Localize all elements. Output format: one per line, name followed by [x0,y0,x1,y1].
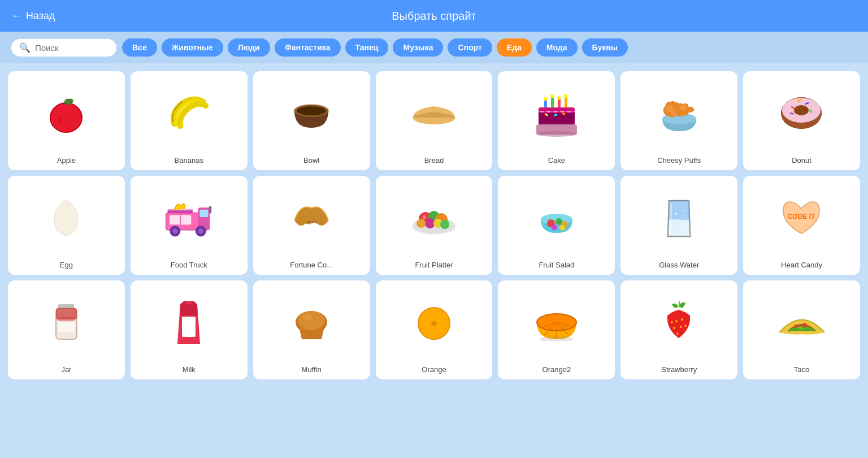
header: ← Назад Выбрать спрайт [0,0,868,32]
sprite-label-cheesy-puffs: Cheesy Puffs [657,156,701,165]
filter-btn-sport[interactable]: Спорт [448,38,492,57]
back-button[interactable]: ← Назад [11,10,55,22]
sprite-card-fortune-cookie[interactable]: Fortune Co... [253,176,370,275]
svg-rect-78 [58,321,75,332]
filter-bar: 🔍 ВсеЖивотныеЛюдиФантастикаТанецМузыкаСп… [0,32,868,63]
filter-btn-letters[interactable]: Буквы [582,38,628,57]
sprite-card-bread[interactable]: Bread [376,71,493,170]
sprite-label-glass-water: Glass Water [659,261,699,269]
sprite-label-egg: Egg [60,261,73,269]
svg-rect-51 [305,227,318,230]
svg-point-60 [440,220,449,229]
svg-point-82 [298,311,325,330]
sprite-label-strawberry: Strawberry [661,365,697,374]
sprite-image-fruit-salad [501,182,611,254]
svg-point-33 [794,105,809,115]
sprite-card-orange2[interactable]: Orange2 [498,280,615,379]
sprite-card-muffin[interactable]: Muffin [253,280,370,379]
sprite-card-orange[interactable]: Orange [376,280,493,379]
filter-btn-fantasy[interactable]: Фантастика [275,38,341,57]
sprite-label-fruit-platter: Fruit Platter [415,261,453,269]
sprite-card-heart-candy[interactable]: CODE IT Heart Candy [743,176,860,275]
svg-point-18 [536,131,577,137]
sprite-card-taco[interactable]: Taco [743,280,860,379]
search-icon: 🔍 [19,42,31,53]
sprite-image-donut [747,77,857,149]
sprite-image-egg [11,182,121,254]
svg-point-14 [564,94,567,98]
sprite-card-jar[interactable]: Jar [8,280,125,379]
svg-point-66 [552,224,557,230]
svg-point-5 [297,106,326,115]
sprite-card-glass-water[interactable]: Glass Water [620,176,737,275]
sprite-label-fortune-cookie: Fortune Co... [290,261,333,269]
grid-area: Apple Bananas Bowl Bread Cake [0,63,868,387]
sprite-card-egg[interactable]: Egg [8,176,125,275]
page-title: Выбрать спрайт [392,10,476,23]
filter-btn-all[interactable]: Все [122,38,157,57]
sprite-card-donut[interactable]: Donut [743,71,860,170]
sprite-label-fruit-salad: Fruit Salad [539,261,574,269]
svg-point-67 [559,225,565,231]
sprite-card-bowl[interactable]: Bowl [253,71,370,170]
sprite-label-apple: Apple [57,156,76,165]
svg-line-71 [670,203,671,234]
svg-point-105 [802,323,807,327]
filter-btn-animals[interactable]: Животные [162,38,223,57]
sprite-card-fruit-salad[interactable]: Fruit Salad [498,176,615,275]
svg-point-12 [550,94,554,98]
sprite-card-milk[interactable]: Milk [131,280,248,379]
svg-point-59 [416,219,426,228]
sprite-image-food-truck [134,182,244,254]
svg-point-26 [686,107,692,113]
sprite-card-strawberry[interactable]: Strawberry [620,280,737,379]
svg-point-83 [303,314,312,320]
filter-btn-food[interactable]: Еда [497,38,532,57]
sprite-card-food-truck[interactable]: Food Truck [131,176,248,275]
svg-rect-79 [182,317,196,337]
search-input[interactable] [35,43,108,53]
sprite-image-jar [11,286,121,358]
filter-btn-dance[interactable]: Танец [345,38,389,57]
sprite-image-milk [134,286,244,358]
sprite-image-fruit-platter [379,182,489,254]
filter-btn-music[interactable]: Музыка [393,38,443,57]
sprite-label-muffin: Muffin [302,365,322,374]
sprite-card-apple[interactable]: Apple [8,71,125,170]
sprite-image-glass-water [624,182,734,254]
sprite-card-fruit-platter[interactable]: Fruit Platter [376,176,493,275]
sprite-card-bananas[interactable]: Bananas [131,71,248,170]
svg-point-61 [423,215,426,219]
svg-point-88 [433,322,435,325]
svg-point-70 [683,210,684,211]
filter-buttons: ВсеЖивотныеЛюдиФантастикаТанецМузыкаСпор… [122,38,628,57]
sprite-grid: Apple Bananas Bowl Bread Cake [8,71,860,379]
sprite-image-fortune-cookie [257,182,367,254]
sprite-label-bread: Bread [424,156,444,165]
sprite-image-bowl [257,77,367,149]
filter-btn-people[interactable]: Люди [228,38,270,57]
sprite-card-cake[interactable]: Cake [498,71,615,170]
back-arrow-icon: ← [11,10,21,22]
svg-text:CODE IT: CODE IT [788,213,815,221]
sprite-label-donut: Donut [792,156,811,165]
svg-point-11 [544,97,547,101]
svg-rect-49 [209,206,212,213]
back-label: Назад [26,10,55,22]
svg-point-13 [557,96,561,100]
svg-point-69 [680,224,682,226]
sprite-label-bowl: Bowl [303,156,319,165]
sprite-label-orange2: Orange2 [542,365,571,374]
sprite-label-food-truck: Food Truck [171,261,207,269]
filter-btn-fashion[interactable]: Мода [536,38,578,57]
sprite-label-jar: Jar [61,365,71,374]
sprite-image-taco [747,286,857,358]
svg-point-27 [671,110,676,116]
svg-point-68 [675,213,677,215]
sprite-card-cheesy-puffs[interactable]: Cheesy Puffs [620,71,737,170]
sprite-label-cake: Cake [548,156,565,165]
sprite-image-cake [501,77,611,149]
sprite-image-heart-candy: CODE IT [747,182,857,254]
sprite-label-milk: Milk [183,365,196,374]
sprite-label-orange: Orange [422,365,446,374]
